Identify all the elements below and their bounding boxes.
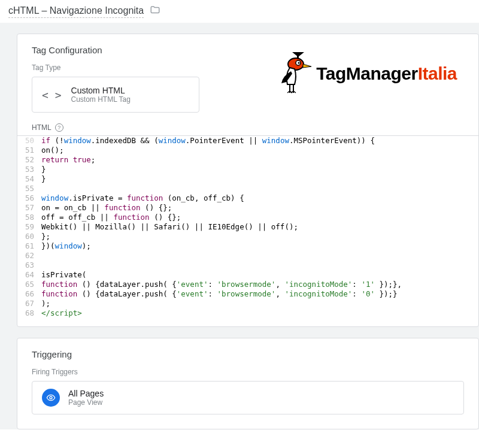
code-line[interactable]: off = off_cb || function () {}; — [39, 213, 181, 222]
folder-icon[interactable] — [150, 5, 160, 18]
svg-point-6 — [298, 62, 300, 63]
line-number: 57 — [17, 203, 39, 213]
code-line[interactable]: function () {dataLayer.push( {'event': '… — [39, 280, 402, 289]
line-number: 66 — [17, 289, 39, 299]
code-icon: < > — [42, 89, 62, 101]
line-number: 62 — [17, 251, 39, 261]
code-line[interactable]: } — [39, 165, 46, 174]
line-number: 52 — [17, 155, 39, 165]
line-number: 50 — [17, 136, 39, 146]
code-line[interactable]: }; — [39, 232, 50, 241]
code-line[interactable]: </script> — [39, 308, 82, 318]
tag-configuration-card[interactable]: TagManagerItalia Tag Configuration Tag T… — [17, 34, 479, 327]
code-line[interactable]: window.isPrivate = function (on_cb, off_… — [39, 193, 244, 203]
brand-logo: TagManagerItalia — [277, 50, 457, 98]
code-line[interactable] — [39, 184, 46, 193]
tag-type-sub: Custom HTML Tag — [71, 95, 131, 104]
help-icon[interactable]: ? — [55, 123, 63, 132]
triggering-title: Triggering — [32, 349, 464, 359]
line-number: 64 — [17, 270, 39, 280]
firing-triggers-label: Firing Triggers — [32, 368, 464, 376]
tag-type-name: Custom HTML — [71, 86, 131, 95]
code-line[interactable]: if (!window.indexedDB && (window.Pointer… — [39, 136, 375, 146]
html-code-editor[interactable]: 50if (!window.indexedDB && (window.Point… — [17, 135, 478, 318]
line-number: 51 — [17, 146, 39, 155]
line-number: 59 — [17, 222, 39, 232]
line-number: 68 — [17, 308, 39, 318]
line-number: 61 — [17, 241, 39, 251]
svg-marker-4 — [303, 64, 311, 68]
trigger-sub: Page View — [68, 398, 104, 407]
logo-text-2: Italia — [418, 63, 457, 84]
trigger-row[interactable]: All Pages Page View — [32, 381, 464, 414]
line-number: 63 — [17, 261, 39, 270]
html-field-label: HTML — [32, 123, 51, 132]
line-number: 58 — [17, 213, 39, 222]
line-number: 67 — [17, 299, 39, 308]
woodpecker-icon — [277, 50, 313, 98]
triggering-card[interactable]: Triggering Firing Triggers All Pages Pag… — [17, 338, 479, 429]
line-number: 54 — [17, 174, 39, 184]
line-number: 60 — [17, 232, 39, 241]
line-number: 55 — [17, 184, 39, 193]
page-header: cHTML – Navigazione Incognita — [0, 0, 479, 23]
code-line[interactable] — [39, 261, 46, 270]
code-line[interactable]: function () {dataLayer.push( {'event': '… — [39, 289, 398, 299]
page-body: TagManagerItalia Tag Configuration Tag T… — [0, 23, 479, 429]
line-number: 53 — [17, 165, 39, 174]
code-line[interactable]: Webkit() || Mozilla() || Safari() || IE1… — [39, 222, 298, 232]
tag-type-selector[interactable]: < > Custom HTML Custom HTML Tag — [32, 77, 199, 113]
code-line[interactable]: isPrivate( — [39, 270, 86, 280]
line-number: 65 — [17, 280, 39, 289]
trigger-name: All Pages — [68, 389, 104, 398]
code-line[interactable]: })(window); — [39, 241, 91, 251]
svg-point-9 — [50, 396, 52, 399]
code-line[interactable]: return true; — [39, 155, 95, 165]
logo-text-1: TagManager — [316, 63, 417, 84]
code-line[interactable]: on = on_cb || function () {}; — [39, 203, 172, 213]
line-number: 56 — [17, 193, 39, 203]
code-line[interactable]: } — [39, 174, 46, 184]
code-line[interactable] — [39, 251, 46, 261]
tag-name-input[interactable]: cHTML – Navigazione Incognita — [8, 5, 144, 18]
code-line[interactable]: on(); — [39, 146, 64, 155]
code-line[interactable]: ); — [39, 299, 50, 308]
pageview-icon — [42, 389, 60, 407]
